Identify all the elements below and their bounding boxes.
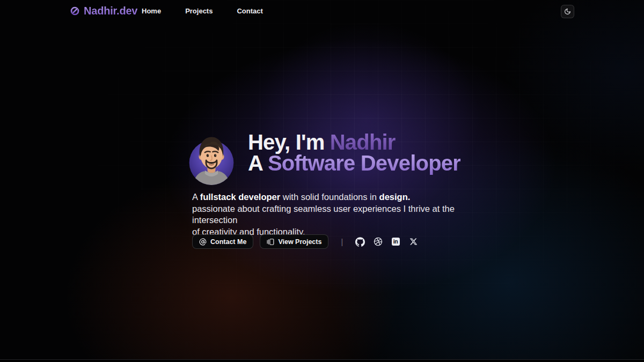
view-projects-label: View Projects (278, 238, 321, 246)
github-icon (355, 237, 365, 247)
dribbble-icon (374, 237, 383, 246)
hero-actions: Contact Me View Projects | (192, 234, 418, 249)
background-glow (0, 0, 644, 362)
at-sign-icon (199, 238, 207, 246)
avatar (186, 130, 237, 187)
gallery-icon (267, 238, 274, 246)
separator: | (341, 238, 343, 246)
background-grid (0, 0, 644, 362)
nav-link-contact[interactable]: Contact (237, 7, 262, 15)
about-line2: passionate about crafting seamless user … (192, 204, 455, 225)
nav-link-projects[interactable]: Projects (185, 7, 213, 15)
heading-name: Nadhir (330, 130, 396, 154)
heading-role: Software Developer (268, 151, 460, 175)
github-link[interactable] (355, 237, 365, 247)
about-bold-fullstack: fullstack developer (200, 192, 280, 202)
social-links: in (355, 237, 418, 247)
logo[interactable]: Nadhir.dev (70, 0, 137, 21)
logo-text: Nadhir.dev (84, 5, 137, 17)
top-nav: Nadhir.dev Home Projects Contact (0, 0, 644, 21)
dribbble-link[interactable] (373, 237, 383, 247)
linkedin-link[interactable]: in (391, 237, 400, 247)
logo-icon (70, 6, 80, 16)
heading-greeting: Hey, I'm (248, 130, 330, 154)
view-projects-button[interactable]: View Projects (260, 234, 328, 249)
about-part2: with solid foundations in (280, 192, 379, 202)
footer-divider (0, 359, 644, 362)
about-text: A fullstack developer with solid foundat… (192, 191, 471, 238)
heading-article: A (248, 151, 268, 175)
about-bold-design: design. (379, 192, 411, 202)
nav-link-home[interactable]: Home (142, 7, 161, 15)
primary-nav: Home Projects Contact (142, 0, 263, 21)
moon-icon (564, 8, 571, 15)
theme-toggle-button[interactable] (561, 5, 574, 18)
contact-me-button[interactable]: Contact Me (192, 234, 253, 249)
about-part1: A (192, 192, 200, 202)
x-link[interactable] (408, 237, 418, 247)
hero-heading: Hey, I'm Nadhir A Software Developer (248, 132, 460, 174)
x-icon (409, 238, 418, 246)
contact-me-label: Contact Me (210, 238, 246, 246)
linkedin-icon: in (392, 238, 400, 246)
